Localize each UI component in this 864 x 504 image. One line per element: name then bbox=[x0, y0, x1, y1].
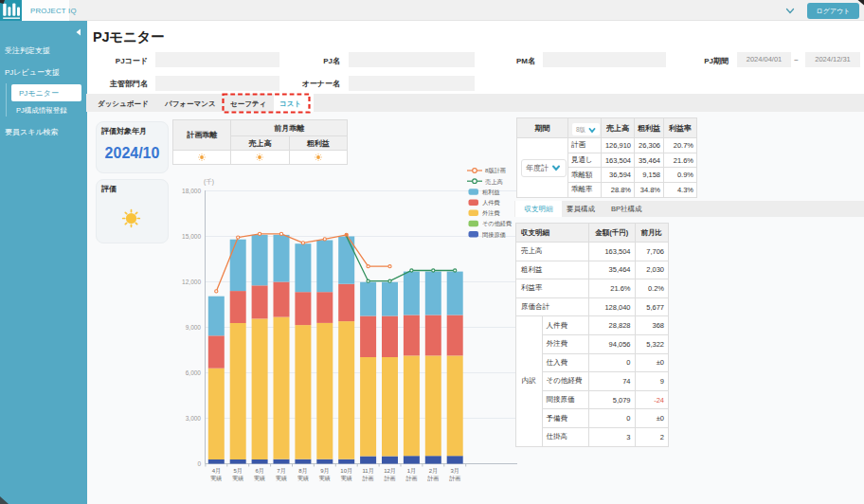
svg-text:8月: 8月 bbox=[298, 468, 307, 475]
svg-text:実績: 実績 bbox=[341, 475, 352, 481]
svg-text:実績: 実績 bbox=[297, 475, 309, 481]
svg-text:間接原価: 間接原価 bbox=[482, 231, 506, 239]
svg-text:計画: 計画 bbox=[449, 476, 460, 482]
svg-text:4月: 4月 bbox=[212, 468, 221, 475]
svg-text:実績: 実績 bbox=[276, 475, 287, 481]
svg-text:9,000: 9,000 bbox=[186, 324, 202, 331]
svg-text:2月: 2月 bbox=[429, 468, 438, 475]
svg-text:6月: 6月 bbox=[255, 468, 263, 475]
svg-text:計画: 計画 bbox=[405, 476, 417, 482]
svg-text:9月: 9月 bbox=[320, 468, 329, 475]
svg-text:計画: 計画 bbox=[385, 476, 396, 482]
svg-text:7月: 7月 bbox=[277, 468, 285, 475]
svg-text:実績: 実績 bbox=[254, 475, 265, 481]
svg-text:12月: 12月 bbox=[384, 468, 396, 475]
svg-text:外注費: 外注費 bbox=[482, 209, 500, 216]
svg-text:計画: 計画 bbox=[427, 476, 439, 482]
svg-text:0: 0 bbox=[197, 460, 201, 467]
svg-text:実績: 実績 bbox=[232, 475, 243, 481]
svg-text:3月: 3月 bbox=[451, 468, 459, 475]
svg-text:実績: 実績 bbox=[210, 475, 222, 481]
svg-text:粗利益: 粗利益 bbox=[482, 189, 500, 195]
svg-text:売上高: 売上高 bbox=[485, 178, 503, 186]
svg-text:8版計画: 8版計画 bbox=[485, 167, 506, 174]
svg-text:3,000: 3,000 bbox=[186, 415, 202, 422]
svg-text:計画: 計画 bbox=[363, 476, 374, 482]
svg-text:人件費: 人件費 bbox=[482, 199, 500, 206]
svg-text:11月: 11月 bbox=[362, 468, 373, 475]
svg-text:10月: 10月 bbox=[340, 468, 352, 475]
svg-text:15,000: 15,000 bbox=[182, 233, 201, 240]
svg-text:(千): (千) bbox=[204, 178, 214, 186]
svg-text:6,000: 6,000 bbox=[186, 369, 202, 376]
svg-text:実績: 実績 bbox=[319, 475, 331, 481]
svg-text:5月: 5月 bbox=[234, 468, 243, 475]
svg-text:18,000: 18,000 bbox=[182, 188, 201, 194]
svg-text:1月: 1月 bbox=[407, 468, 416, 475]
svg-text:12,000: 12,000 bbox=[182, 279, 201, 285]
svg-text:その他経費: その他経費 bbox=[482, 220, 512, 227]
